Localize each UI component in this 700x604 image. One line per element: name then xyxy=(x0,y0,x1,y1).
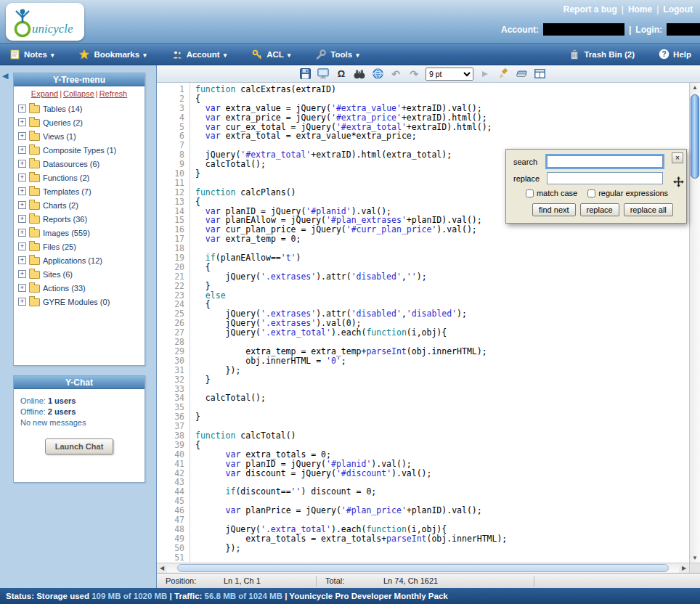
code-line[interactable] xyxy=(195,338,689,347)
menu-notes[interactable]: Notes ▾ xyxy=(9,49,54,60)
tree-item-label[interactable]: Charts (2) xyxy=(43,201,78,210)
find-next-button[interactable]: find next xyxy=(532,203,576,216)
vertical-scroll-thumb[interactable] xyxy=(691,94,699,179)
expand-plus-icon[interactable]: + xyxy=(18,215,26,223)
tree-item[interactable]: +Reports (36) xyxy=(18,212,145,226)
replace-button[interactable]: replace xyxy=(580,203,619,216)
code-line[interactable] xyxy=(195,553,689,563)
tree-item[interactable]: +GYRE Modules (0) xyxy=(18,295,145,309)
code-line[interactable]: { xyxy=(195,94,689,104)
expand-plus-icon[interactable]: + xyxy=(18,284,26,292)
vertical-scrollbar[interactable]: ▲ ▼ xyxy=(689,83,700,563)
expand-plus-icon[interactable]: + xyxy=(18,118,26,126)
menu-trash-bin[interactable]: Trash Bin (2) xyxy=(569,49,635,60)
tree-item[interactable]: +Files (25) xyxy=(18,240,145,253)
tree-item-label[interactable]: Views (1) xyxy=(43,132,76,141)
tree-item-label[interactable]: Actions (33) xyxy=(43,284,86,293)
replace-input[interactable] xyxy=(547,172,663,184)
tree-item-label[interactable]: Tables (14) xyxy=(43,105,82,113)
menu-acl[interactable]: ACL ▾ xyxy=(251,49,290,60)
report-a-bug-link[interactable]: Report a bug xyxy=(563,4,617,15)
expand-plus-icon[interactable]: + xyxy=(18,146,26,154)
layout-icon[interactable] xyxy=(533,68,546,81)
code-line[interactable]: var extra_temp = 0; xyxy=(195,234,689,244)
tree-item[interactable]: +Applications (12) xyxy=(18,253,145,267)
code-line[interactable]: var extra_value = jQuery('#extra_value'+… xyxy=(195,104,689,113)
special-characters-icon[interactable]: Ω xyxy=(335,68,348,81)
code-line[interactable]: extra_temp = extra_temp+parseInt(obj.inn… xyxy=(195,347,689,356)
replace-all-button[interactable]: replace all xyxy=(624,203,673,216)
horizontal-scroll-thumb[interactable] xyxy=(177,564,669,572)
expand-plus-icon[interactable]: + xyxy=(18,229,26,237)
code-line[interactable]: var extra_total = extra_value*extra_pric… xyxy=(195,131,689,141)
tree-item-label[interactable]: Files (25) xyxy=(43,242,76,251)
tree-item-label[interactable]: Functions (2) xyxy=(43,174,89,182)
scroll-left-icon[interactable]: ◀ xyxy=(157,563,167,573)
code-line[interactable]: }); xyxy=(195,544,689,553)
tree-item-label[interactable]: Queries (2) xyxy=(43,118,83,127)
code-line[interactable]: obj.innerHTML = '0'; xyxy=(195,356,689,366)
expand-plus-icon[interactable]: + xyxy=(18,298,26,306)
expand-plus-icon[interactable]: + xyxy=(18,160,26,168)
highlighter-icon[interactable] xyxy=(497,68,510,81)
code-line[interactable]: jQuery('.extrases').attr('disabled',''); xyxy=(195,272,689,282)
tree-item[interactable]: +Tables (14) xyxy=(18,102,145,115)
home-link[interactable]: Home xyxy=(628,4,652,15)
code-line[interactable] xyxy=(195,385,689,394)
code-line[interactable]: var extra_totals = 0; xyxy=(195,450,689,460)
code-line[interactable]: } xyxy=(195,412,689,422)
tree-item[interactable]: +Templates (7) xyxy=(18,184,145,198)
expand-plus-icon[interactable]: + xyxy=(18,201,26,209)
eraser-icon[interactable] xyxy=(515,68,528,81)
code-line[interactable]: var planID = jQuery('#planid').val(); xyxy=(195,460,689,469)
tree-item[interactable]: +Actions (33) xyxy=(18,281,145,295)
code-line[interactable]: if(discount=='') discount = 0; xyxy=(195,487,689,497)
expand-plus-icon[interactable]: + xyxy=(18,174,26,181)
code-line[interactable] xyxy=(195,403,689,412)
tree-item-label[interactable]: Composite Types (1) xyxy=(43,146,116,155)
code-line[interactable]: jQuery('.extra_total').each(function(i,o… xyxy=(195,328,689,338)
tree-item[interactable]: +Charts (2) xyxy=(18,198,145,212)
tree-item-label[interactable]: Applications (12) xyxy=(43,256,102,265)
menu-tools[interactable]: Tools ▾ xyxy=(315,49,359,60)
move-handle-icon[interactable] xyxy=(672,176,684,187)
tree-item-label[interactable]: Sites (6) xyxy=(43,270,73,279)
refresh-link[interactable]: Refresh xyxy=(99,89,128,98)
expand-plus-icon[interactable]: + xyxy=(18,242,26,250)
launch-chat-button[interactable]: Launch Chat xyxy=(45,438,114,454)
expand-plus-icon[interactable]: + xyxy=(18,187,26,195)
code-line[interactable]: }); xyxy=(195,366,689,375)
code-line[interactable]: } xyxy=(195,282,689,291)
regex-checkbox[interactable] xyxy=(587,189,595,197)
logout-link[interactable]: Logout xyxy=(663,4,693,15)
code-line[interactable]: } xyxy=(195,375,689,385)
tree-item-label[interactable]: Templates (7) xyxy=(43,187,91,196)
code-line[interactable]: if(planEAllow=='t') xyxy=(195,253,689,263)
undo-icon[interactable]: ↶ xyxy=(389,68,402,81)
tree-item-label[interactable]: Reports (36) xyxy=(43,215,87,224)
scroll-up-icon[interactable]: ▲ xyxy=(690,84,700,91)
scroll-right-icon[interactable]: ▶ xyxy=(679,563,689,573)
tree-item[interactable]: +Images (559) xyxy=(18,226,145,240)
code-line[interactable]: var extra_price = jQuery('#extra_price'+… xyxy=(195,113,689,123)
find-icon[interactable] xyxy=(353,68,366,81)
collapse-link[interactable]: Collapse xyxy=(63,89,94,98)
font-size-select[interactable]: 9 pt xyxy=(426,68,473,81)
code-line[interactable]: { xyxy=(195,441,689,450)
menu-help[interactable]: ? Help xyxy=(658,49,691,60)
tree-item-label[interactable]: GYRE Modules (0) xyxy=(43,298,110,306)
tree-item[interactable]: +Composite Types (1) xyxy=(18,143,145,157)
tree-item[interactable]: +Datasources (6) xyxy=(18,157,145,171)
code-line[interactable]: function calcExtras(extraID) xyxy=(195,85,689,94)
expand-plus-icon[interactable]: + xyxy=(18,270,26,278)
code-line[interactable]: var planPrice = jQuery('#plan_price'+pla… xyxy=(195,506,689,515)
apply-icon[interactable] xyxy=(479,68,492,81)
code-line[interactable]: else xyxy=(195,291,689,301)
code-line[interactable]: extra_totals = extra_totals+parseInt(obj… xyxy=(195,534,689,544)
menu-account[interactable]: Account ▾ xyxy=(171,49,227,60)
preview-icon[interactable] xyxy=(317,68,330,81)
menu-bookmarks[interactable]: Bookmarks ▾ xyxy=(78,49,146,60)
horizontal-scrollbar[interactable] xyxy=(167,563,679,573)
tree-item[interactable]: +Views (1) xyxy=(18,129,145,143)
web-icon[interactable] xyxy=(371,68,384,81)
